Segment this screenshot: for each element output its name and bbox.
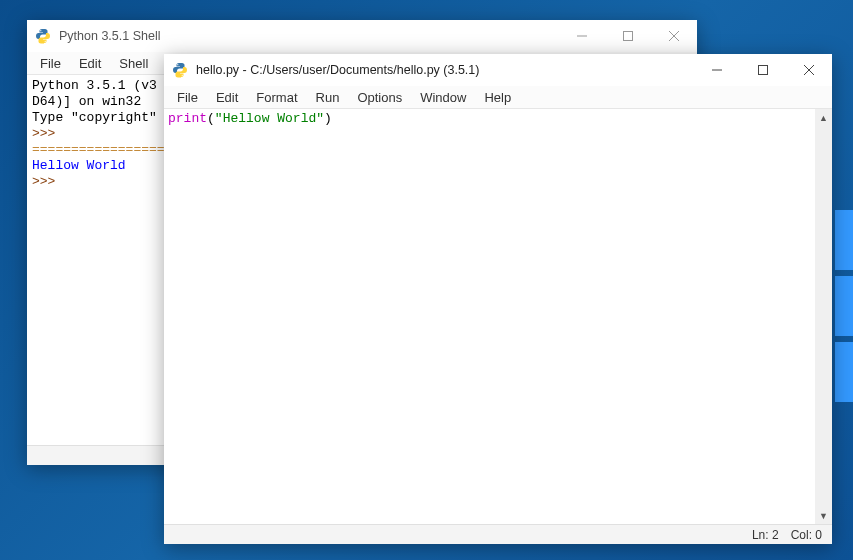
vertical-scrollbar[interactable]: ▲ ▼ bbox=[815, 109, 832, 524]
code-string: "Hellow World" bbox=[215, 111, 324, 126]
close-button[interactable] bbox=[651, 20, 697, 52]
menu-file[interactable]: File bbox=[31, 55, 70, 72]
menu-format[interactable]: Format bbox=[247, 89, 306, 106]
menu-shell[interactable]: Shell bbox=[110, 55, 157, 72]
maximize-button[interactable] bbox=[605, 20, 651, 52]
menu-window[interactable]: Window bbox=[411, 89, 475, 106]
svg-point-7 bbox=[182, 75, 183, 76]
scroll-track[interactable] bbox=[815, 126, 832, 507]
editor-window-controls bbox=[694, 54, 832, 86]
desktop-tile bbox=[835, 210, 853, 270]
editor-title-text: hello.py - C:/Users/user/Documents/hello… bbox=[196, 63, 694, 77]
svg-rect-3 bbox=[624, 32, 633, 41]
menu-edit[interactable]: Edit bbox=[70, 55, 110, 72]
minimize-button[interactable] bbox=[559, 20, 605, 52]
shell-text: Type "copyright" bbox=[32, 110, 157, 125]
shell-prompt: >>> bbox=[32, 174, 63, 189]
svg-rect-9 bbox=[759, 66, 768, 75]
code-token: ) bbox=[324, 111, 332, 126]
minimize-button[interactable] bbox=[694, 54, 740, 86]
desktop-tile bbox=[835, 276, 853, 336]
python-icon bbox=[35, 28, 51, 44]
menu-file[interactable]: File bbox=[168, 89, 207, 106]
close-button[interactable] bbox=[786, 54, 832, 86]
scroll-up-arrow-icon[interactable]: ▲ bbox=[815, 109, 832, 126]
editor-code-area[interactable]: print("Hellow World") bbox=[164, 109, 815, 524]
editor-statusbar: Ln: 2 Col: 0 bbox=[164, 524, 832, 544]
shell-window-controls bbox=[559, 20, 697, 52]
status-col: Col: 0 bbox=[791, 528, 822, 542]
svg-point-0 bbox=[40, 30, 41, 31]
svg-point-1 bbox=[45, 41, 46, 42]
shell-text: D64)] on win32 bbox=[32, 94, 141, 109]
code-token: ( bbox=[207, 111, 215, 126]
shell-title-text: Python 3.5.1 Shell bbox=[59, 29, 559, 43]
editor-menubar: File Edit Format Run Options Window Help bbox=[164, 86, 832, 108]
status-line: Ln: 2 bbox=[752, 528, 779, 542]
editor-titlebar[interactable]: hello.py - C:/Users/user/Documents/hello… bbox=[164, 54, 832, 86]
scroll-down-arrow-icon[interactable]: ▼ bbox=[815, 507, 832, 524]
python-editor-window[interactable]: hello.py - C:/Users/user/Documents/hello… bbox=[164, 54, 832, 544]
shell-text: Python 3.5.1 (v3 bbox=[32, 78, 157, 93]
menu-edit[interactable]: Edit bbox=[207, 89, 247, 106]
shell-program-output: Hellow World bbox=[32, 158, 126, 173]
desktop-tile bbox=[835, 342, 853, 402]
code-keyword: print bbox=[168, 111, 207, 126]
shell-prompt: >>> bbox=[32, 126, 63, 141]
python-icon bbox=[172, 62, 188, 78]
menu-run[interactable]: Run bbox=[307, 89, 349, 106]
maximize-button[interactable] bbox=[740, 54, 786, 86]
shell-titlebar[interactable]: Python 3.5.1 Shell bbox=[27, 20, 697, 52]
svg-point-6 bbox=[177, 64, 178, 65]
menu-options[interactable]: Options bbox=[348, 89, 411, 106]
menu-help[interactable]: Help bbox=[475, 89, 520, 106]
